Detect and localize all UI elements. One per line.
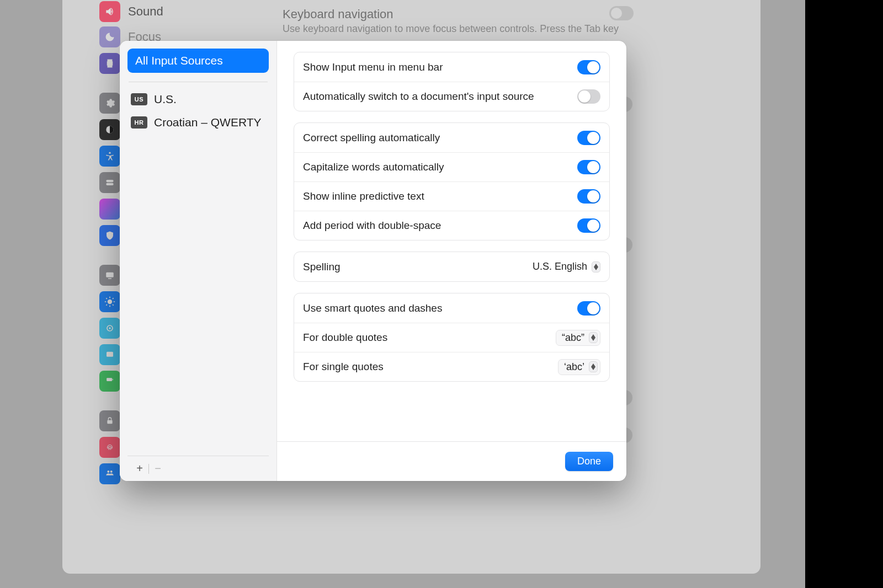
toggle[interactable] [577, 89, 600, 104]
select[interactable]: “abc” [556, 330, 600, 346]
toggle[interactable] [577, 131, 600, 145]
sheet-sidebar: All Input Sources US U.S. HR Croatian – … [120, 41, 277, 481]
settings-row-label: Show Input menu in menu bar [303, 61, 443, 73]
input-source-label: U.S. [154, 93, 177, 106]
settings-row: Add period with double-space [294, 211, 609, 240]
settings-group: Correct spelling automaticallyCapitalize… [294, 122, 610, 240]
input-sources-sheet: All Input Sources US U.S. HR Croatian – … [120, 41, 626, 481]
chevron-updown-icon [592, 261, 600, 272]
toggle[interactable] [577, 60, 600, 74]
toggle[interactable] [577, 189, 600, 204]
hr-flag-icon: HR [131, 116, 147, 129]
sidebar-footer: + − [127, 456, 269, 481]
settings-row: Show Input menu in menu bar [294, 52, 609, 82]
input-source-label: Croatian – QWERTY [154, 116, 262, 129]
toggle[interactable] [577, 301, 600, 316]
letterbox-black [805, 0, 883, 588]
sheet-content: Show Input menu in menu barAutomatically… [277, 41, 626, 481]
select[interactable]: U.S. English [533, 261, 600, 272]
add-input-source-button[interactable]: + [132, 461, 147, 477]
settings-row-label: Correct spelling automatically [303, 132, 440, 144]
sidebar-divider [129, 82, 268, 82]
settings-row-label: Automatically switch to a document's inp… [303, 90, 534, 103]
all-input-sources-item[interactable]: All Input Sources [127, 49, 269, 73]
toggle[interactable] [577, 160, 600, 174]
select-value: “abc” [562, 332, 584, 344]
settings-row-label: Add period with double-space [303, 220, 441, 232]
sheet-body: Show Input menu in menu barAutomatically… [277, 41, 626, 441]
settings-row-label: Show inline predictive text [303, 190, 424, 202]
settings-row: Use smart quotes and dashes [294, 293, 609, 323]
us-flag-icon: US [131, 93, 147, 105]
settings-row-label: Capitalize words automatically [303, 161, 444, 173]
chevron-updown-icon [589, 332, 598, 343]
input-source-us[interactable]: US U.S. [127, 88, 269, 111]
select[interactable]: ‘abc’ [558, 359, 600, 375]
select-value: U.S. English [533, 261, 587, 272]
settings-group: Use smart quotes and dashesFor double qu… [294, 293, 610, 382]
footer-separator [148, 464, 149, 474]
remove-input-source-button[interactable]: − [150, 461, 166, 477]
input-source-hr[interactable]: HR Croatian – QWERTY [127, 111, 269, 134]
settings-group: Show Input menu in menu barAutomatically… [294, 52, 610, 111]
settings-row: For double quotes“abc” [294, 323, 609, 352]
settings-row-label: For single quotes [303, 361, 384, 373]
settings-row: Correct spelling automatically [294, 123, 609, 152]
settings-row: Automatically switch to a document's inp… [294, 82, 609, 111]
select-value: ‘abc’ [564, 361, 584, 373]
settings-row-label: Spelling [303, 261, 341, 273]
settings-row: Show inline predictive text [294, 181, 609, 211]
settings-row: Capitalize words automatically [294, 152, 609, 181]
settings-group: SpellingU.S. English [294, 252, 610, 282]
settings-row-label: For double quotes [303, 332, 387, 344]
settings-row: For single quotes‘abc’ [294, 352, 609, 381]
toggle[interactable] [577, 218, 600, 233]
chevron-updown-icon [589, 361, 598, 372]
settings-row: SpellingU.S. English [294, 252, 609, 281]
done-button[interactable]: Done [565, 452, 613, 471]
sheet-footer: Done [277, 441, 626, 481]
settings-row-label: Use smart quotes and dashes [303, 302, 442, 314]
